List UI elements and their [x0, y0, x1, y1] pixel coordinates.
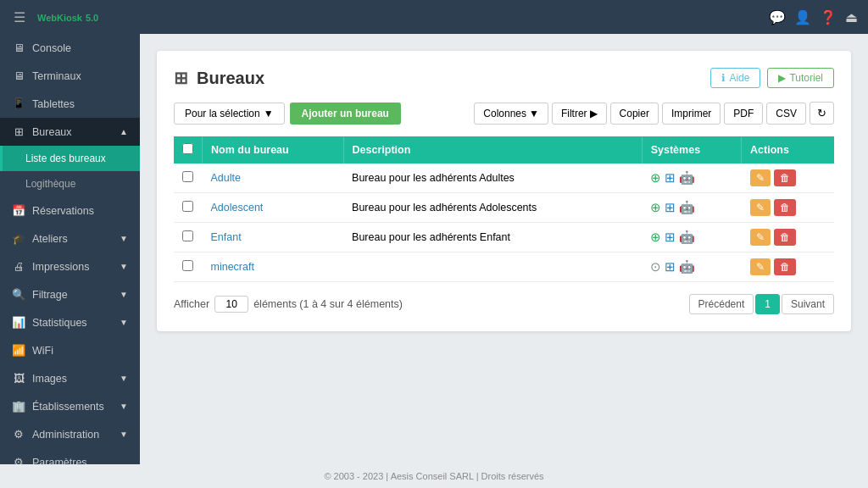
sidebar-item-console[interactable]: 🖥 Console	[0, 34, 140, 62]
sidebar-item-terminaux[interactable]: 🖥 Terminaux	[0, 62, 140, 90]
refresh-button[interactable]: ↻	[810, 102, 834, 125]
sidebar-item-filtrage[interactable]: 🔍 Filtrage ▼	[0, 280, 140, 308]
imprimer-button[interactable]: Imprimer	[662, 103, 721, 125]
main-content: ⊞ Bureaux ℹ Aide ▶ Tutoriel Po	[140, 34, 868, 464]
hamburger-button[interactable]: ☰	[10, 6, 29, 29]
console-icon: 🖥	[12, 42, 25, 54]
copier-button[interactable]: Copier	[610, 103, 659, 125]
aide-button[interactable]: ℹ Aide	[710, 68, 760, 88]
csv-label: CSV	[776, 108, 797, 119]
page-1-button[interactable]: 1	[755, 294, 780, 314]
row-nom: Adulte	[203, 164, 344, 193]
edit-button[interactable]: ✎	[750, 258, 771, 275]
row-nom: Adolescent	[203, 193, 344, 223]
pdf-button[interactable]: PDF	[724, 103, 763, 125]
etablissements-icon: 🏢	[12, 400, 25, 413]
android-icon: 🤖	[679, 170, 695, 186]
chevron-down-icon: ▼	[120, 234, 128, 243]
page-title-icon: ⊞	[174, 68, 188, 88]
row-description: Bureau pour les adhérents Adultes	[343, 164, 642, 193]
sidebar-item-administration[interactable]: ⚙ Administration ▼	[0, 420, 140, 448]
bureaux-table: Nom du bureau Description Systèmes Actio…	[174, 136, 834, 282]
afficher-label: Afficher	[174, 298, 209, 310]
sidebar-sub-label: Liste des bureaux	[25, 152, 106, 164]
bureaux-icon: ⊞	[12, 125, 25, 138]
user-icon[interactable]: 👤	[794, 9, 811, 25]
sidebar-item-reservations[interactable]: 📅 Réservations	[0, 197, 140, 225]
help-icon[interactable]: ❓	[820, 9, 837, 25]
sidebar-item-impressions[interactable]: 🖨 Impressions ▼	[0, 252, 140, 280]
row-actions: ✎🗑	[742, 193, 834, 223]
action-buttons-group: ✎🗑	[750, 229, 826, 246]
row-actions: ✎🗑	[742, 223, 834, 252]
administration-icon: ⚙	[12, 428, 25, 441]
sidebar-item-etablissements[interactable]: 🏢 Établissements ▼	[0, 392, 140, 420]
per-page-input[interactable]	[214, 296, 248, 313]
logout-icon[interactable]: ⏏	[845, 9, 858, 25]
edit-button[interactable]: ✎	[750, 169, 771, 186]
row-checkbox-cell	[174, 223, 203, 252]
chevron-down-icon: ▼	[120, 318, 128, 327]
sidebar-subitem-liste-bureaux[interactable]: Liste des bureaux	[0, 146, 140, 171]
sidebar-item-wifi[interactable]: 📶 WiFi	[0, 336, 140, 364]
android-icon: 🤖	[679, 230, 695, 245]
sidebar-item-tablettes[interactable]: 📱 Tablettes	[0, 90, 140, 118]
sidebar-item-label: Paramètres	[32, 457, 87, 465]
row-checkbox-cell	[174, 164, 203, 193]
delete-button[interactable]: 🗑	[774, 229, 796, 246]
delete-button[interactable]: 🗑	[774, 199, 796, 216]
action-buttons-group: ✎🗑	[750, 258, 826, 275]
next-page-button[interactable]: Suivant	[782, 294, 834, 314]
toolbar-right: Colonnes ▼ Filtrer ▶ Copier Imprimer PDF	[474, 102, 834, 125]
table-header-description: Description	[343, 136, 642, 164]
edit-button[interactable]: ✎	[750, 199, 771, 216]
select-all-checkbox[interactable]	[182, 143, 193, 154]
windows-icon: ⊞	[665, 170, 676, 186]
windows-icon: ⊞	[665, 259, 676, 274]
sidebar-item-label: Filtrage	[32, 289, 68, 301]
delete-button[interactable]: 🗑	[774, 169, 796, 186]
filtrer-button[interactable]: Filtrer ▶	[552, 103, 607, 125]
prev-page-button[interactable]: Précédent	[689, 294, 754, 314]
row-checkbox[interactable]	[182, 201, 193, 212]
colonnes-button[interactable]: Colonnes ▼	[474, 103, 548, 125]
pagination: Précédent 1 Suivant	[689, 294, 834, 314]
page-header-actions: ℹ Aide ▶ Tutoriel	[710, 68, 834, 88]
sidebar-item-parametres[interactable]: ⚙ Paramètres	[0, 448, 140, 464]
row-systemes: ⊙⊞🤖	[642, 252, 741, 282]
tutoriel-button[interactable]: ▶ Tutoriel	[767, 68, 834, 88]
sidebar-item-label: Images	[32, 373, 67, 385]
row-systemes: ⊕⊞🤖	[642, 193, 741, 223]
sidebar-item-label: Tablettes	[32, 98, 75, 110]
sidebar-item-label: Ateliers	[32, 233, 68, 245]
page-header: ⊞ Bureaux ℹ Aide ▶ Tutoriel	[174, 68, 834, 88]
sidebar-sub-label: Logithèque	[25, 178, 75, 190]
row-checkbox[interactable]	[182, 230, 193, 241]
delete-button[interactable]: 🗑	[774, 258, 796, 275]
brand-name: WebKiosk	[37, 13, 82, 23]
brand-version: 5.0	[86, 13, 98, 23]
page-footer: © 2003 - 2023 | Aesis Conseil SARL | Dro…	[0, 464, 868, 488]
sidebar-subitem-logistheque[interactable]: Logithèque	[0, 171, 140, 197]
row-checkbox[interactable]	[182, 260, 193, 271]
edit-button[interactable]: ✎	[750, 229, 771, 246]
selection-button[interactable]: Pour la sélection ▼	[174, 103, 285, 125]
impressions-icon: 🖨	[12, 260, 25, 273]
sidebar-item-label: Réservations	[32, 205, 94, 217]
reservations-icon: 📅	[12, 204, 25, 217]
active-status-icon: ⊕	[650, 170, 661, 186]
toolbar: Pour la sélection ▼ Ajouter un bureau Co…	[174, 102, 834, 125]
sidebar-item-ateliers[interactable]: 🎓 Ateliers ▼	[0, 225, 140, 252]
chat-icon[interactable]: 💬	[769, 9, 786, 25]
aide-circle-icon: ℹ	[721, 72, 726, 84]
csv-button[interactable]: CSV	[766, 103, 806, 125]
sidebar-item-statistiques[interactable]: 📊 Statistiques ▼	[0, 308, 140, 336]
active-status-icon: ⊕	[650, 200, 661, 215]
sidebar-item-label: Établissements	[32, 401, 104, 413]
add-bureau-button[interactable]: Ajouter un bureau	[290, 103, 401, 125]
row-checkbox[interactable]	[182, 171, 193, 182]
table-row: EnfantBureau pour les adhérents Enfant⊕⊞…	[174, 223, 834, 252]
sidebar-item-images[interactable]: 🖼 Images ▼	[0, 364, 140, 392]
sidebar-item-label: Console	[32, 42, 71, 54]
sidebar-item-bureaux[interactable]: ⊞ Bureaux ▲	[0, 118, 140, 146]
